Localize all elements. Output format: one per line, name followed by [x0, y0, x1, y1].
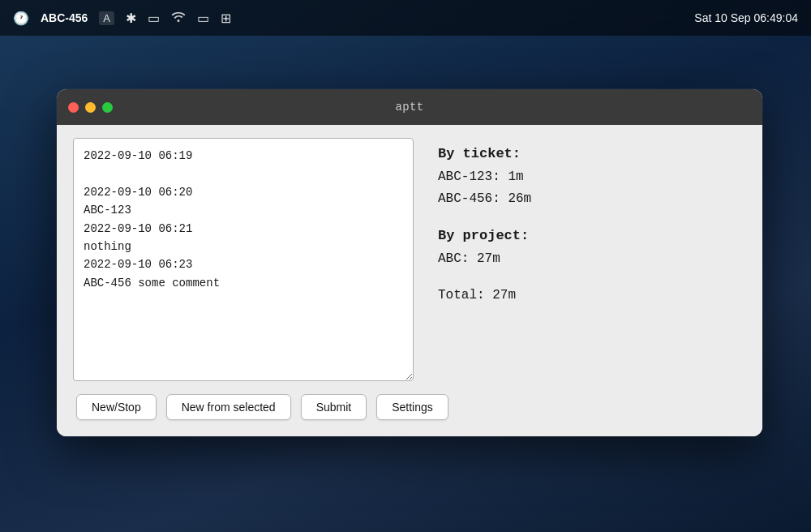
new-from-selected-button[interactable]: New from selected	[166, 394, 291, 420]
abc-456-line: ABC-456: 26m	[438, 188, 746, 210]
abc-project-line: ABC: 27m	[438, 248, 746, 270]
button-row: New/Stop New from selected Submit Settin…	[73, 394, 746, 420]
wifi-icon	[171, 11, 186, 25]
settings-button[interactable]: Settings	[376, 394, 448, 420]
close-button[interactable]	[68, 102, 79, 113]
menubar: 🕐 ABC-456 A ✱ ▭ ▭ ⊞ Sat 10 Sep 06:49:04	[0, 0, 811, 36]
keyboard-icon: A	[99, 11, 114, 25]
by-project-label: By project:	[438, 225, 746, 248]
window-controls	[68, 102, 113, 113]
display-icon: ▭	[197, 11, 209, 26]
menubar-app-name[interactable]: ABC-456	[41, 11, 88, 24]
control-center-icon: ⊞	[221, 11, 231, 26]
maximize-button[interactable]	[102, 102, 113, 113]
new-stop-button[interactable]: New/Stop	[76, 394, 157, 420]
window-title: aptt	[396, 101, 424, 114]
menubar-left: 🕐 ABC-456 A ✱ ▭ ▭ ⊞	[13, 11, 231, 26]
clock-icon: 🕐	[13, 11, 29, 26]
battery-icon: ▭	[148, 11, 160, 26]
by-ticket-section: By ticket: ABC-123: 1m ABC-456: 26m	[438, 143, 746, 210]
titlebar: aptt	[57, 89, 762, 125]
stats-panel: By ticket: ABC-123: 1m ABC-456: 26m By p…	[430, 138, 746, 322]
datetime-label: Sat 10 Sep 06:49:04	[694, 11, 798, 24]
main-area: By ticket: ABC-123: 1m ABC-456: 26m By p…	[73, 138, 746, 381]
app-window: aptt By ticket: ABC-123: 1m ABC-456: 26m…	[57, 89, 762, 436]
log-textarea[interactable]	[73, 138, 414, 381]
menubar-datetime: Sat 10 Sep 06:49:04	[694, 11, 798, 24]
by-ticket-label: By ticket:	[438, 143, 746, 166]
submit-button[interactable]: Submit	[301, 394, 367, 420]
minimize-button[interactable]	[85, 102, 96, 113]
by-project-section: By project: ABC: 27m	[438, 225, 746, 270]
total-section: Total: 27m	[438, 285, 746, 307]
window-content: By ticket: ABC-123: 1m ABC-456: 26m By p…	[57, 125, 762, 436]
abc-123-line: ABC-123: 1m	[438, 166, 746, 188]
bluetooth-icon: ✱	[126, 11, 136, 26]
total-label: Total: 27m	[438, 285, 746, 307]
